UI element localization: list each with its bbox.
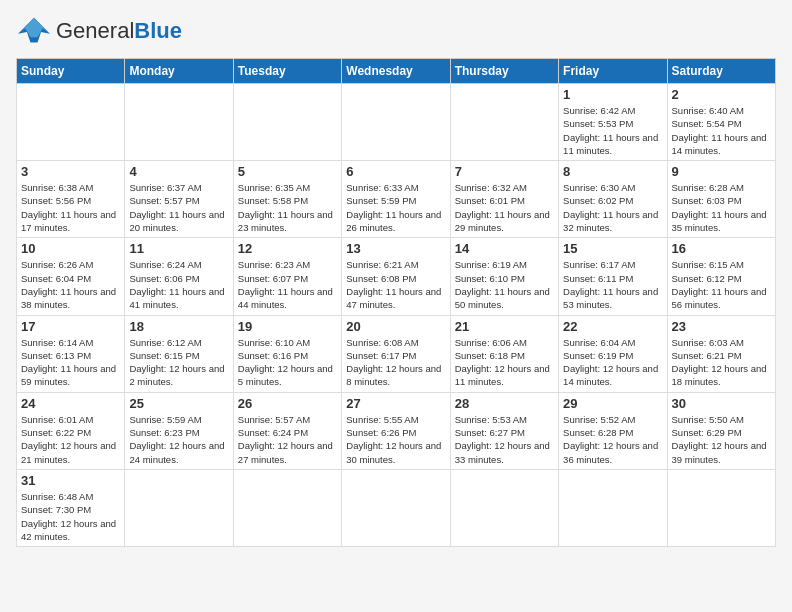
weekday-header-saturday: Saturday (667, 59, 775, 84)
logo: GeneralBlue (16, 16, 182, 46)
calendar-day-cell: 2Sunrise: 6:40 AM Sunset: 5:54 PM Daylig… (667, 84, 775, 161)
day-info: Sunrise: 6:15 AM Sunset: 6:12 PM Dayligh… (672, 258, 771, 311)
weekday-header-tuesday: Tuesday (233, 59, 341, 84)
day-info: Sunrise: 6:12 AM Sunset: 6:15 PM Dayligh… (129, 336, 228, 389)
day-number: 12 (238, 241, 337, 256)
day-number: 21 (455, 319, 554, 334)
calendar-day-cell: 17Sunrise: 6:14 AM Sunset: 6:13 PM Dayli… (17, 315, 125, 392)
calendar-day-cell: 27Sunrise: 5:55 AM Sunset: 6:26 PM Dayli… (342, 392, 450, 469)
day-info: Sunrise: 6:03 AM Sunset: 6:21 PM Dayligh… (672, 336, 771, 389)
day-number: 29 (563, 396, 662, 411)
day-number: 30 (672, 396, 771, 411)
day-info: Sunrise: 6:38 AM Sunset: 5:56 PM Dayligh… (21, 181, 120, 234)
day-number: 27 (346, 396, 445, 411)
day-info: Sunrise: 6:01 AM Sunset: 6:22 PM Dayligh… (21, 413, 120, 466)
day-number: 3 (21, 164, 120, 179)
day-number: 17 (21, 319, 120, 334)
day-number: 10 (21, 241, 120, 256)
day-info: Sunrise: 6:26 AM Sunset: 6:04 PM Dayligh… (21, 258, 120, 311)
weekday-header-friday: Friday (559, 59, 667, 84)
calendar-day-cell (125, 84, 233, 161)
day-info: Sunrise: 6:23 AM Sunset: 6:07 PM Dayligh… (238, 258, 337, 311)
calendar-day-cell: 12Sunrise: 6:23 AM Sunset: 6:07 PM Dayli… (233, 238, 341, 315)
day-info: Sunrise: 5:55 AM Sunset: 6:26 PM Dayligh… (346, 413, 445, 466)
calendar-week-row: 24Sunrise: 6:01 AM Sunset: 6:22 PM Dayli… (17, 392, 776, 469)
calendar-day-cell: 16Sunrise: 6:15 AM Sunset: 6:12 PM Dayli… (667, 238, 775, 315)
day-number: 24 (21, 396, 120, 411)
day-info: Sunrise: 6:14 AM Sunset: 6:13 PM Dayligh… (21, 336, 120, 389)
logo-icon (16, 16, 52, 46)
day-number: 15 (563, 241, 662, 256)
day-number: 28 (455, 396, 554, 411)
day-info: Sunrise: 5:57 AM Sunset: 6:24 PM Dayligh… (238, 413, 337, 466)
day-info: Sunrise: 6:37 AM Sunset: 5:57 PM Dayligh… (129, 181, 228, 234)
calendar-day-cell (233, 469, 341, 546)
day-number: 23 (672, 319, 771, 334)
calendar-day-cell: 9Sunrise: 6:28 AM Sunset: 6:03 PM Daylig… (667, 161, 775, 238)
calendar-day-cell (342, 84, 450, 161)
calendar-day-cell: 29Sunrise: 5:52 AM Sunset: 6:28 PM Dayli… (559, 392, 667, 469)
day-number: 26 (238, 396, 337, 411)
calendar-day-cell: 10Sunrise: 6:26 AM Sunset: 6:04 PM Dayli… (17, 238, 125, 315)
calendar-day-cell (125, 469, 233, 546)
calendar-week-row: 10Sunrise: 6:26 AM Sunset: 6:04 PM Dayli… (17, 238, 776, 315)
day-number: 6 (346, 164, 445, 179)
calendar-day-cell (450, 469, 558, 546)
day-number: 14 (455, 241, 554, 256)
day-number: 1 (563, 87, 662, 102)
day-info: Sunrise: 6:30 AM Sunset: 6:02 PM Dayligh… (563, 181, 662, 234)
day-number: 18 (129, 319, 228, 334)
weekday-header-sunday: Sunday (17, 59, 125, 84)
calendar-day-cell: 6Sunrise: 6:33 AM Sunset: 5:59 PM Daylig… (342, 161, 450, 238)
day-number: 13 (346, 241, 445, 256)
day-info: Sunrise: 6:06 AM Sunset: 6:18 PM Dayligh… (455, 336, 554, 389)
calendar-day-cell: 18Sunrise: 6:12 AM Sunset: 6:15 PM Dayli… (125, 315, 233, 392)
day-info: Sunrise: 6:28 AM Sunset: 6:03 PM Dayligh… (672, 181, 771, 234)
day-info: Sunrise: 6:48 AM Sunset: 7:30 PM Dayligh… (21, 490, 120, 543)
calendar-day-cell: 5Sunrise: 6:35 AM Sunset: 5:58 PM Daylig… (233, 161, 341, 238)
day-number: 16 (672, 241, 771, 256)
weekday-header-wednesday: Wednesday (342, 59, 450, 84)
day-info: Sunrise: 6:08 AM Sunset: 6:17 PM Dayligh… (346, 336, 445, 389)
calendar-day-cell (450, 84, 558, 161)
calendar-day-cell (559, 469, 667, 546)
svg-marker-1 (18, 18, 50, 37)
day-number: 31 (21, 473, 120, 488)
calendar-day-cell: 13Sunrise: 6:21 AM Sunset: 6:08 PM Dayli… (342, 238, 450, 315)
calendar-day-cell: 8Sunrise: 6:30 AM Sunset: 6:02 PM Daylig… (559, 161, 667, 238)
calendar-week-row: 1Sunrise: 6:42 AM Sunset: 5:53 PM Daylig… (17, 84, 776, 161)
calendar-day-cell: 23Sunrise: 6:03 AM Sunset: 6:21 PM Dayli… (667, 315, 775, 392)
calendar-day-cell: 1Sunrise: 6:42 AM Sunset: 5:53 PM Daylig… (559, 84, 667, 161)
calendar-day-cell (667, 469, 775, 546)
day-info: Sunrise: 6:40 AM Sunset: 5:54 PM Dayligh… (672, 104, 771, 157)
day-info: Sunrise: 5:53 AM Sunset: 6:27 PM Dayligh… (455, 413, 554, 466)
day-number: 9 (672, 164, 771, 179)
weekday-header-monday: Monday (125, 59, 233, 84)
day-info: Sunrise: 6:32 AM Sunset: 6:01 PM Dayligh… (455, 181, 554, 234)
calendar-day-cell: 14Sunrise: 6:19 AM Sunset: 6:10 PM Dayli… (450, 238, 558, 315)
day-info: Sunrise: 6:33 AM Sunset: 5:59 PM Dayligh… (346, 181, 445, 234)
calendar-day-cell (233, 84, 341, 161)
page-header: GeneralBlue (16, 16, 776, 46)
day-info: Sunrise: 5:50 AM Sunset: 6:29 PM Dayligh… (672, 413, 771, 466)
calendar-day-cell: 28Sunrise: 5:53 AM Sunset: 6:27 PM Dayli… (450, 392, 558, 469)
day-number: 25 (129, 396, 228, 411)
day-info: Sunrise: 6:04 AM Sunset: 6:19 PM Dayligh… (563, 336, 662, 389)
day-info: Sunrise: 5:59 AM Sunset: 6:23 PM Dayligh… (129, 413, 228, 466)
day-number: 11 (129, 241, 228, 256)
day-info: Sunrise: 6:21 AM Sunset: 6:08 PM Dayligh… (346, 258, 445, 311)
calendar-day-cell: 22Sunrise: 6:04 AM Sunset: 6:19 PM Dayli… (559, 315, 667, 392)
calendar-day-cell (342, 469, 450, 546)
calendar-day-cell: 19Sunrise: 6:10 AM Sunset: 6:16 PM Dayli… (233, 315, 341, 392)
day-info: Sunrise: 6:42 AM Sunset: 5:53 PM Dayligh… (563, 104, 662, 157)
calendar-week-row: 17Sunrise: 6:14 AM Sunset: 6:13 PM Dayli… (17, 315, 776, 392)
day-number: 19 (238, 319, 337, 334)
calendar-day-cell: 24Sunrise: 6:01 AM Sunset: 6:22 PM Dayli… (17, 392, 125, 469)
calendar-week-row: 3Sunrise: 6:38 AM Sunset: 5:56 PM Daylig… (17, 161, 776, 238)
day-number: 2 (672, 87, 771, 102)
calendar-day-cell: 31Sunrise: 6:48 AM Sunset: 7:30 PM Dayli… (17, 469, 125, 546)
calendar-header-row: SundayMondayTuesdayWednesdayThursdayFrid… (17, 59, 776, 84)
logo-text: GeneralBlue (56, 20, 182, 42)
day-number: 7 (455, 164, 554, 179)
calendar-day-cell: 11Sunrise: 6:24 AM Sunset: 6:06 PM Dayli… (125, 238, 233, 315)
